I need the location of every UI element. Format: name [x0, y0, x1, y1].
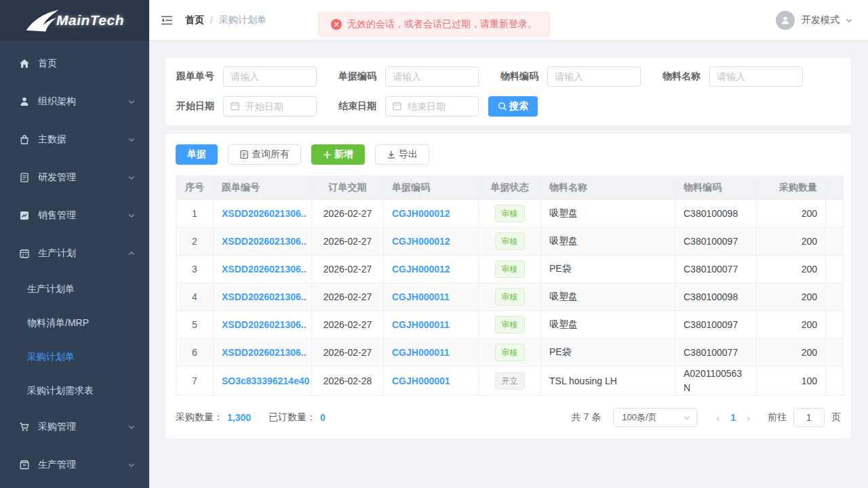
page-size-select[interactable]: 100条/页: [613, 408, 697, 427]
cell-extra: [826, 200, 844, 228]
cell-material: 吸塑盘: [541, 311, 675, 339]
app-logo: MainTech: [25, 8, 124, 33]
avatar: [776, 11, 795, 30]
toolbar: 单据 查询所有 新增 导出: [176, 144, 841, 165]
order-no-link[interactable]: XSDD2026021306..: [222, 264, 307, 274]
sidebar-subitem-production-plan-order[interactable]: 生产计划单: [0, 272, 149, 306]
status-badge: 审核: [495, 344, 525, 361]
user-menu[interactable]: 开发模式: [776, 11, 853, 30]
cell-delivery: 2026-02-27: [312, 256, 384, 283]
col-index: 序号: [176, 176, 214, 200]
sidebar-subitem-bom-mrp[interactable]: 物料清单/MRP: [0, 306, 149, 340]
order-no-link[interactable]: XSDD2026021306..: [222, 347, 307, 358]
cell-doc-no: CGJH000012: [384, 256, 479, 283]
doc-no-link[interactable]: CGJH000012: [392, 264, 450, 274]
doc-no-link[interactable]: CGJH000011: [392, 319, 450, 330]
order-no-link[interactable]: XSDD2026021306..: [222, 319, 307, 330]
sidebar-item-rd-management[interactable]: 研发管理: [0, 159, 149, 197]
sidebar-item-sales-management[interactable]: 销售管理: [0, 197, 149, 235]
purchase-qty-value: 1,300: [227, 412, 251, 423]
doc-no-link[interactable]: CGJH000012: [392, 236, 450, 247]
add-button[interactable]: 新增: [311, 144, 365, 165]
cell-index: 2: [176, 228, 214, 256]
table-row: 6 XSDD2026021306.. 2026-02-27 CGJH000011…: [176, 339, 844, 367]
sidebar-item-organization[interactable]: 组织架构: [0, 83, 149, 121]
chevron-down-icon: [127, 423, 136, 431]
page-number[interactable]: 1: [726, 412, 740, 423]
cell-status: 审核: [479, 311, 541, 339]
filter-label: 物料名称: [663, 70, 701, 83]
filter-panel: 跟单单号 单据编码 物料编码 物料名称 开始日期: [165, 58, 851, 125]
cell-material-code: C380100097: [675, 311, 757, 339]
table-row: 4 XSDD2026021306.. 2026-02-27 CGJH000011…: [176, 283, 844, 311]
doc-no-link[interactable]: CGJH000011: [392, 291, 450, 302]
cell-delivery: 2026-02-27: [312, 228, 384, 256]
cell-doc-no: CGJH000012: [384, 200, 479, 228]
breadcrumb: 首页 / 采购计划单: [185, 14, 267, 26]
cell-extra: [826, 367, 844, 396]
next-page-button[interactable]: ›: [740, 412, 757, 424]
filter-doc-code: 单据编码: [338, 66, 479, 87]
table-row: 1 XSDD2026021306.. 2026-02-27 CGJH000012…: [176, 200, 844, 228]
goto-page-input[interactable]: [793, 408, 825, 427]
cell-qty: 100: [757, 367, 826, 396]
material-name-input[interactable]: [709, 66, 803, 87]
order-no-link[interactable]: XSDD2026021306..: [222, 236, 307, 247]
status-badge: 开立: [495, 372, 525, 390]
query-all-button[interactable]: 查询所有: [228, 144, 301, 165]
document-icon: [19, 172, 30, 183]
stat-label: 采购数量：: [176, 411, 223, 424]
doc-no-link[interactable]: CGJH000001: [392, 375, 450, 386]
col-qty: 采购数量: [757, 176, 826, 200]
cell-extra: [826, 311, 844, 339]
order-no-link[interactable]: XSDD2026021306..: [222, 208, 307, 219]
search-button[interactable]: 搜索: [488, 96, 538, 117]
sidebar-item-master-data[interactable]: 主数据: [0, 121, 149, 159]
cell-index: 4: [176, 283, 214, 311]
order-no-link[interactable]: XSDD2026021306..: [222, 291, 307, 302]
sidebar-subitem-purchase-plan-order[interactable]: 采购计划单: [0, 340, 149, 374]
sidebar-collapse-icon[interactable]: [161, 15, 173, 26]
sidebar-item-purchase-management[interactable]: 采购管理: [0, 408, 149, 446]
document-icon: [239, 150, 249, 159]
sidebar-item-label: 首页: [38, 58, 136, 70]
table-row: 7 SO3c833396214e40 2026-02-28 CGJH000001…: [176, 367, 844, 396]
export-button[interactable]: 导出: [375, 144, 429, 165]
prev-page-button[interactable]: ‹: [709, 412, 726, 424]
table-body: 1 XSDD2026021306.. 2026-02-27 CGJH000012…: [176, 200, 844, 396]
stat-label: 已订数量：: [269, 411, 316, 424]
chevron-down-icon: [127, 136, 136, 144]
sidebar-subitem-purchase-plan-demand[interactable]: 采购计划需求表: [0, 374, 149, 408]
doc-no-link[interactable]: CGJH000012: [392, 208, 450, 219]
cell-doc-no: CGJH000001: [384, 367, 479, 396]
cell-delivery: 2026-02-28: [312, 367, 384, 396]
sidebar-item-production-plan[interactable]: 生产计划: [0, 235, 149, 272]
sidebar-item-home[interactable]: 首页: [0, 45, 149, 83]
order-no-input[interactable]: [223, 66, 317, 87]
cell-material: TSL housing LH: [541, 367, 675, 396]
cell-material: 吸塑盘: [541, 228, 675, 256]
bag-icon: [19, 134, 30, 145]
order-no-link[interactable]: SO3c833396214e40: [222, 375, 309, 386]
col-material-code: 物料编码: [675, 176, 757, 200]
col-doc-no: 单据编码: [384, 176, 479, 200]
doc-button[interactable]: 单据: [176, 144, 218, 165]
col-delivery: 订单交期: [312, 176, 384, 200]
sidebar-item-label: 销售管理: [38, 209, 127, 222]
logo-swoosh-icon: [25, 8, 60, 33]
cell-status: 审核: [479, 228, 541, 256]
sidebar-item-production-management[interactable]: 生产管理: [0, 446, 149, 484]
logo-area: MainTech: [0, 0, 149, 41]
doc-code-input[interactable]: [385, 66, 479, 87]
cell-extra: [826, 339, 844, 367]
doc-no-link[interactable]: CGJH000011: [392, 347, 450, 358]
cell-material-code: C380100097: [675, 228, 757, 256]
cell-material: 吸塑盘: [541, 283, 675, 311]
chevron-down-icon: [845, 16, 853, 24]
cell-material: PE袋: [541, 256, 675, 283]
material-code-input[interactable]: [547, 66, 641, 87]
cell-order-no: XSDD2026021306..: [214, 228, 312, 256]
main-content: 跟单单号 单据编码 物料编码 物料名称 开始日期: [149, 41, 868, 439]
status-badge: 审核: [495, 288, 525, 306]
breadcrumb-home[interactable]: 首页: [185, 14, 204, 26]
